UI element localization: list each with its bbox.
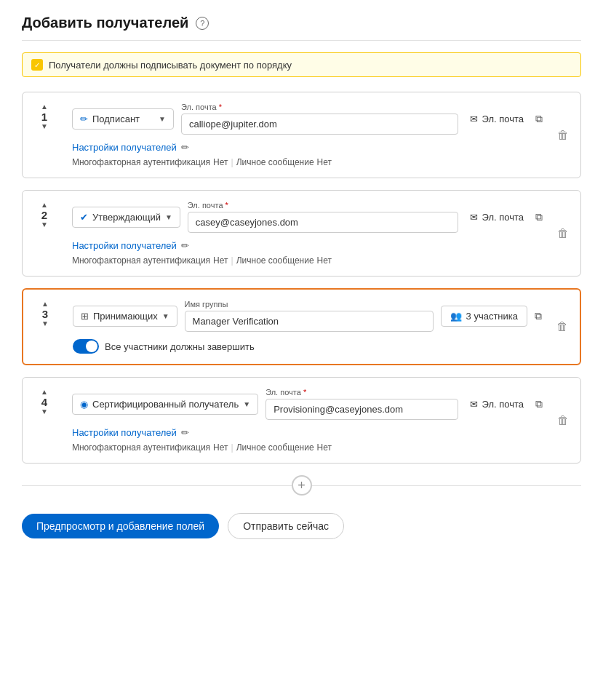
role-dropdown-1[interactable]: ✏ Подписант ▼ (72, 108, 174, 130)
settings-row-2: Настройки получателей ✏ (72, 240, 543, 251)
delete-icon-2[interactable]: 🗑 (557, 227, 569, 240)
input-row-2: ✔ Утверждающий ▼ Эл. почта * ✉ Эл. почта… (72, 201, 543, 233)
input-row-4: ◉ Сертифицированный получатель ▼ Эл. поч… (72, 388, 543, 420)
role-label-2: Утверждающий (92, 212, 161, 223)
role-label-4: Сертифицированный получатель (92, 399, 239, 410)
input-row-3: ⊞ Принимающих ▼ Имя группы 👥 3 участника… (73, 300, 542, 332)
arrow-down-1[interactable]: ▼ (41, 122, 48, 131)
card-body-4: ◉ Сертифицированный получатель ▼ Эл. поч… (72, 388, 543, 453)
recipient-card-4: ▲ 4 ▼ ◉ Сертифицированный получатель ▼ Э… (22, 377, 581, 464)
edit-icon-1[interactable]: ✏ (181, 142, 189, 153)
help-icon[interactable]: ? (196, 17, 209, 30)
settings-label-1[interactable]: Настройки получателей (72, 142, 177, 153)
participants-label: 3 участника (466, 311, 518, 322)
role-label-1: Подписант (92, 114, 140, 124)
chevron-icon-2: ▼ (165, 213, 172, 221)
divider-left (22, 485, 292, 486)
copy-icon-3[interactable]: ⧉ (535, 310, 542, 322)
role-dropdown-4[interactable]: ◉ Сертифицированный получатель ▼ (72, 394, 258, 415)
edit-icon-4[interactable]: ✏ (181, 427, 189, 438)
email-field-label-2: Эл. почта * (188, 201, 459, 210)
delete-icon-1[interactable]: 🗑 (557, 129, 569, 142)
meta-row-1: Многофакторная аутентификация Нет | Личн… (72, 157, 543, 167)
people-icon: 👥 (450, 311, 462, 322)
group-name-label: Имя группы (185, 300, 434, 309)
page-title: Добавить получателей (22, 15, 188, 31)
email-input-1[interactable] (181, 114, 458, 135)
role-dropdown-3[interactable]: ⊞ Принимающих ▼ (73, 306, 177, 327)
group-icon: ⊞ (81, 311, 89, 322)
order-checkbox[interactable]: ✓ (31, 59, 43, 71)
page-header: Добавить получателей ? (22, 15, 581, 41)
edit-icon-2[interactable]: ✏ (181, 240, 189, 251)
add-recipient-button[interactable]: + (292, 475, 312, 496)
delete-icon-4[interactable]: 🗑 (557, 414, 569, 427)
chevron-icon-4: ▼ (243, 400, 250, 408)
settings-row-4: Настройки получателей ✏ (72, 427, 543, 438)
arrow-down-2[interactable]: ▼ (41, 220, 48, 229)
email-field-label-4: Эл. почта * (265, 388, 458, 397)
add-row-container: + (22, 475, 581, 496)
envelope-icon-2: ✉ (470, 212, 478, 223)
recipient-number-col-4: ▲ 4 ▼ (34, 388, 55, 416)
email-action-btn-2[interactable]: ✉ Эл. почта (466, 209, 528, 226)
send-now-button[interactable]: Отправить сейчас (228, 513, 344, 539)
recipient-card-1: ▲ 1 ▼ ✏ Подписант ▼ Эл. почта * ✉ (22, 92, 581, 178)
approve-icon: ✔ (80, 212, 88, 223)
recipient-card-3: ▲ 3 ▼ ⊞ Принимающих ▼ Имя группы 👥 3 уча… (22, 288, 581, 365)
participants-btn[interactable]: 👥 3 участника (441, 306, 527, 327)
card-number-2: 2 (41, 210, 47, 220)
copy-icon-1[interactable]: ⧉ (535, 113, 543, 125)
card-body-3: ⊞ Принимающих ▼ Имя группы 👥 3 участника… (73, 300, 542, 354)
recipient-number-col-1: ▲ 1 ▼ (34, 103, 55, 131)
meta-row-2: Многофакторная аутентификация Нет | Личн… (72, 255, 543, 266)
settings-label-4[interactable]: Настройки получателей (72, 427, 177, 438)
divider-right (312, 485, 582, 486)
envelope-icon-1: ✉ (470, 114, 478, 124)
chevron-icon-3: ▼ (162, 312, 169, 320)
copy-icon-4[interactable]: ⧉ (535, 398, 543, 410)
toggle-all-complete[interactable] (73, 339, 99, 354)
pen-icon: ✏ (80, 114, 88, 124)
chevron-icon-1: ▼ (159, 115, 166, 123)
email-input-4[interactable] (265, 399, 458, 420)
settings-label-2[interactable]: Настройки получателей (72, 240, 177, 251)
recipient-number-col-3: ▲ 3 ▼ (35, 300, 55, 328)
card-body-1: ✏ Подписант ▼ Эл. почта * ✉ Эл. почта ⧉ (72, 103, 543, 167)
card-number-4: 4 (41, 397, 47, 407)
certified-icon: ◉ (80, 399, 88, 410)
meta-row-4: Многофакторная аутентификация Нет | Личн… (72, 442, 543, 453)
email-input-2[interactable] (188, 212, 459, 233)
envelope-icon-4: ✉ (470, 399, 478, 410)
input-row-1: ✏ Подписант ▼ Эл. почта * ✉ Эл. почта ⧉ (72, 103, 543, 135)
group-name-input[interactable] (185, 311, 434, 332)
order-banner-text: Получатели должны подписывать документ п… (49, 60, 292, 71)
toggle-row-3: Все участники должны завершить (73, 339, 542, 354)
settings-row-1: Настройки получателей ✏ (72, 142, 543, 153)
arrow-down-3[interactable]: ▼ (41, 319, 49, 328)
card-body-2: ✔ Утверждающий ▼ Эл. почта * ✉ Эл. почта… (72, 201, 543, 266)
order-banner[interactable]: ✓ Получатели должны подписывать документ… (22, 52, 581, 77)
email-action-btn-1[interactable]: ✉ Эл. почта (466, 111, 528, 127)
recipient-number-col-2: ▲ 2 ▼ (34, 201, 55, 229)
copy-icon-2[interactable]: ⧉ (535, 211, 543, 223)
email-action-btn-4[interactable]: ✉ Эл. почта (466, 396, 528, 413)
role-dropdown-2[interactable]: ✔ Утверждающий ▼ (72, 207, 180, 228)
delete-icon-3[interactable]: 🗑 (556, 320, 568, 333)
card-number-3: 3 (42, 309, 48, 319)
toggle-label: Все участники должны завершить (105, 341, 255, 352)
preview-button[interactable]: Предпросмотр и добавление полей (22, 514, 219, 538)
card-number-1: 1 (41, 111, 47, 122)
email-field-label-1: Эл. почта * (181, 103, 458, 111)
recipient-card-2: ▲ 2 ▼ ✔ Утверждающий ▼ Эл. почта * ✉ (22, 190, 581, 277)
arrow-down-4[interactable]: ▼ (41, 407, 48, 416)
role-label-3: Принимающих (93, 311, 158, 322)
footer-buttons: Предпросмотр и добавление полей Отправит… (22, 513, 581, 539)
